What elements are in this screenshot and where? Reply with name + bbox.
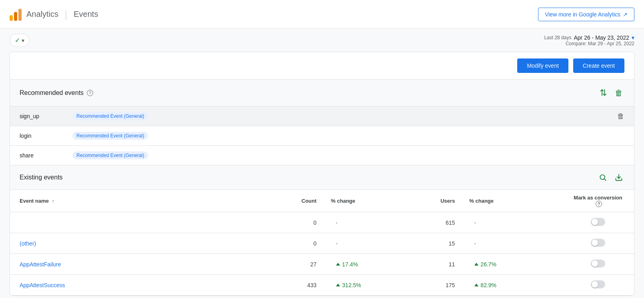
th-users: Users <box>431 190 464 212</box>
conversion-toggle-1[interactable] <box>591 239 605 247</box>
change-dash: - <box>336 240 338 247</box>
search-icon <box>599 173 607 181</box>
td-conversion-0[interactable] <box>562 212 634 233</box>
recommended-event-row-2: share Recommended Event (General) <box>10 146 634 165</box>
recommended-event-badge-1: Recommended Event (General) <box>72 132 148 140</box>
modify-event-button[interactable]: Modify event <box>517 58 568 73</box>
td-event-name-1[interactable]: (other) <box>10 233 292 254</box>
header: Analytics | Events View more in Google A… <box>0 0 644 29</box>
svg-marker-4 <box>474 263 478 266</box>
table-row: AppAttestSuccess433312.5%17582.9% <box>10 275 634 296</box>
td-users-2: 11 <box>431 254 464 275</box>
td-users-change-3: 82.9% <box>464 275 562 296</box>
th-event-name[interactable]: Event name ↑ <box>10 190 292 212</box>
change-dash: - <box>474 240 476 247</box>
td-users-change-2: 26.7% <box>464 254 562 275</box>
recommended-delete-button[interactable]: 🗑 <box>613 87 624 99</box>
table-header-row: Event name ↑ Count % change Users % chan… <box>10 190 634 212</box>
th-event-name-label: Event name <box>20 198 49 204</box>
conversion-toggle-2[interactable] <box>591 260 605 268</box>
td-count-change-1: - <box>326 233 431 254</box>
date-range-label: Last 28 days <box>544 35 571 40</box>
date-compare: Compare: Mar 29 - Apr 25, 2022 <box>544 41 634 46</box>
td-count-change-0: - <box>326 212 431 233</box>
td-event-name-3[interactable]: AppAttestSuccess <box>10 275 292 296</box>
recommended-help-icon[interactable]: ? <box>87 90 93 96</box>
table-row: AppAttestFailure2717.4%1126.7% <box>10 254 634 275</box>
td-users-3: 175 <box>431 275 464 296</box>
recommended-section-title: Recommended events ? <box>20 89 93 97</box>
change-dash: - <box>474 219 476 226</box>
td-event-name-0 <box>10 212 292 233</box>
th-pct-change: % change <box>326 190 431 212</box>
view-more-label: View more in Google Analytics <box>545 11 620 18</box>
filter-button[interactable]: ✓ ▾ <box>10 34 30 47</box>
header-divider: | <box>65 9 67 20</box>
arrow-up-icon <box>474 283 479 288</box>
existing-section-actions <box>597 172 624 183</box>
filter-check-icon: ✓ <box>15 36 20 44</box>
date-dropdown-icon[interactable]: ▾ <box>632 34 634 41</box>
existing-download-button[interactable] <box>613 172 624 183</box>
conversion-toggle-0[interactable] <box>591 218 605 226</box>
arrow-down-icon <box>336 262 340 267</box>
events-table: Event name ↑ Count % change Users % chan… <box>10 190 634 296</box>
td-users-change-1: - <box>464 233 562 254</box>
recommended-event-row-0: sign_up Recommended Event (General) 🗑 <box>10 107 634 126</box>
td-users-change-0: - <box>464 212 562 233</box>
change-dash: - <box>336 219 338 226</box>
existing-search-button[interactable] <box>597 172 608 183</box>
td-conversion-1[interactable] <box>562 233 634 254</box>
toolbar-row: ✓ ▾ Last 28 days Apr 26 - May 23, 2022 ▾… <box>0 29 644 52</box>
main-content: Modify event Create event Recommended ev… <box>10 52 634 296</box>
logo-bar-2 <box>14 12 17 21</box>
td-conversion-3[interactable] <box>562 275 634 296</box>
recommended-event-name-2: share <box>20 152 68 159</box>
view-more-button[interactable]: View more in Google Analytics ↗ <box>538 8 634 21</box>
td-count-change-3: 312.5% <box>326 275 431 296</box>
arrow-down-icon <box>474 262 479 267</box>
change-positive: 312.5% <box>336 282 421 288</box>
change-negative: 17.4% <box>336 261 421 268</box>
create-event-button[interactable]: Create event <box>573 58 624 73</box>
recommended-event-name-1: login <box>20 133 68 139</box>
download-icon <box>615 173 623 181</box>
table-row: (other)0-15- <box>10 233 634 254</box>
conversion-toggle-3[interactable] <box>591 280 605 288</box>
td-users-0: 615 <box>431 212 464 233</box>
recommended-event-name-0: sign_up <box>20 113 68 119</box>
svg-marker-5 <box>336 284 340 286</box>
recommended-section-actions: ⇅ 🗑 <box>598 86 624 100</box>
arrow-up-icon <box>336 283 340 288</box>
change-negative: 26.7% <box>474 261 552 268</box>
header-left: Analytics | Events <box>10 8 98 21</box>
td-count-1: 0 <box>292 233 326 254</box>
external-link-icon: ↗ <box>623 11 628 18</box>
th-mark-conversion: Mark as conversion ? <box>562 190 634 212</box>
recommended-event-delete-0[interactable]: 🗑 <box>617 112 624 121</box>
change-positive: 82.9% <box>474 282 552 288</box>
td-count-2: 27 <box>292 254 326 275</box>
th-conversion-help-icon[interactable]: ? <box>596 201 602 207</box>
recommended-sort-button[interactable]: ⇅ <box>598 86 608 100</box>
analytics-logo <box>10 8 22 21</box>
svg-marker-3 <box>336 263 340 266</box>
date-range: Last 28 days Apr 26 - May 23, 2022 ▾ Com… <box>544 34 634 46</box>
header-title: Analytics <box>26 10 58 19</box>
td-conversion-2[interactable] <box>562 254 634 275</box>
td-count-0: 0 <box>292 212 326 233</box>
logo-bar-1 <box>10 15 13 21</box>
filter-dropdown-icon: ▾ <box>22 37 24 44</box>
recommended-event-row-1: login Recommended Event (General) <box>10 126 634 146</box>
recommended-event-badge-0: Recommended Event (General) <box>72 112 148 120</box>
td-event-name-2[interactable]: AppAttestFailure <box>10 254 292 275</box>
th-users-pct-change: % change <box>464 190 562 212</box>
svg-marker-6 <box>474 284 478 286</box>
action-row: Modify event Create event <box>10 52 634 80</box>
recommended-event-badge-2: Recommended Event (General) <box>72 151 148 159</box>
th-sort-icon: ↑ <box>52 198 54 204</box>
recommended-title-text: Recommended events <box>20 89 84 97</box>
td-users-1: 15 <box>431 233 464 254</box>
date-range-value: Apr 26 - May 23, 2022 <box>574 34 629 41</box>
th-mark-conversion-label: Mark as conversion <box>574 195 622 201</box>
